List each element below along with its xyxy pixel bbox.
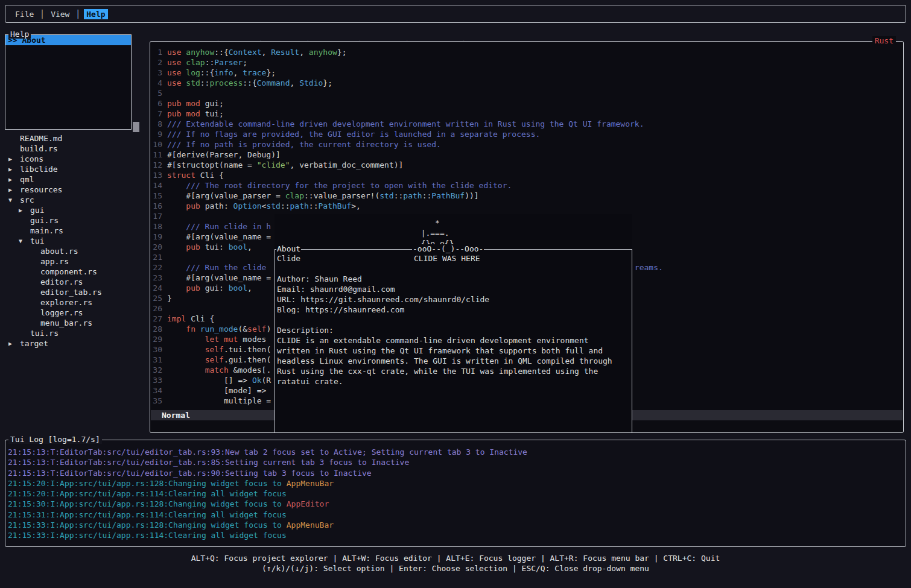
chevron-right-icon: ▶ [8, 174, 20, 185]
code-line: 8/// Extendable command-line driven deve… [150, 119, 903, 129]
tree-item-resources[interactable]: ▶resources [5, 185, 150, 195]
log-line: 21:15:30:I:App:src/tui/app.rs:128:Changi… [8, 499, 906, 509]
tree-item-label: qml [20, 174, 34, 185]
tree-item-menu_bar-rs[interactable]: menu_bar.rs [5, 318, 150, 328]
code-text: let mut modes [162, 334, 266, 344]
code-line: 9/// If no flags are provided, the GUI e… [150, 129, 903, 139]
line-number: 25 [150, 293, 162, 303]
menu-item-view[interactable]: View [48, 9, 72, 19]
code-line: 7pub mod tui; [150, 109, 903, 119]
code-line: 1use anyhow::{Context, Result, anyhow}; [150, 47, 903, 57]
code-text: /// Run clide in h [162, 221, 271, 232]
tree-indent [19, 215, 30, 226]
line-number: 35 [150, 396, 162, 406]
code-text [162, 303, 167, 314]
code-line: 4use std::process::{Command, Stdio}; [150, 78, 903, 88]
tree-item-tui-rs[interactable]: tui.rs [5, 328, 150, 338]
line-number: 31 [150, 355, 162, 365]
line-number: 29 [150, 334, 162, 344]
code-text: /// If no flags are provided, the GUI ed… [162, 129, 540, 139]
help-menu-dropdown[interactable]: Help >> About [5, 34, 132, 130]
chevron-right-icon: ▶ [8, 338, 20, 349]
tree-item-editor-rs[interactable]: editor.rs [5, 277, 150, 287]
app-window: File│View│Help Help >> About README.mdbu… [0, 0, 911, 588]
tree-item-src[interactable]: ▼src [5, 195, 150, 205]
code-line: 11#[derive(Parser, Debug)] [150, 150, 903, 160]
tree-item-gui[interactable]: ▶gui [5, 205, 150, 215]
tree-item-qml[interactable]: ▶qml [5, 174, 150, 185]
help-dropdown-title: Help [8, 30, 31, 39]
popup-text-line: Email: shaunrd0@gmail.com [277, 284, 632, 294]
popup-text-line: Author: Shaun Reed [277, 274, 632, 284]
log-lines: 21:15:13:T:EditorTab:src/tui/editor_tab.… [5, 440, 906, 541]
line-number: 24 [150, 283, 162, 293]
line-number: 34 [150, 385, 162, 396]
project-explorer[interactable]: README.mdbuild.rs▶icons▶libclide▶qml▶res… [5, 133, 150, 349]
tree-item-logger-rs[interactable]: logger.rs [5, 308, 150, 318]
tree-item-app-rs[interactable]: app.rs [5, 256, 150, 267]
line-number: 2 [150, 57, 162, 68]
tree-item-libclide[interactable]: ▶libclide [5, 164, 150, 174]
log-panel-title: Tui Log [log=1.7/s] [8, 435, 102, 444]
ascii-owl-feet: -ooO--(_)--Ooo- [412, 244, 484, 253]
line-number: 16 [150, 201, 162, 211]
tree-item-tui[interactable]: ▼tui [5, 236, 150, 246]
tree-item-label: target [20, 338, 48, 349]
code-text: impl Cli { [162, 314, 214, 324]
tree-indent [29, 246, 40, 256]
popup-text-line: Clide CLIDE WAS HERE [277, 253, 632, 264]
tree-item-editor_tab-rs[interactable]: editor_tab.rs [5, 287, 150, 297]
code-text: #[structopt(name = "clide", verbatim_doc… [162, 160, 403, 170]
menu-bar[interactable]: File│View│Help [5, 5, 906, 23]
menu-item-help[interactable]: Help [84, 9, 107, 19]
log-line: 21:15:31:I:App:src/tui/app.rs:114:Cleari… [8, 510, 906, 520]
line-number: 10 [150, 139, 162, 150]
line-number: 7 [150, 109, 162, 119]
chevron-right-icon: ▶ [8, 164, 20, 174]
code-line: 3use log::{info, trace}; [150, 68, 903, 78]
line-number: 18 [150, 221, 162, 232]
tree-indent [29, 297, 40, 308]
log-line: 21:15:20:I:App:src/tui/app.rs:128:Changi… [8, 478, 906, 488]
tree-item-component-rs[interactable]: component.rs [5, 267, 150, 277]
tree-item-label: gui [30, 205, 44, 215]
code-text: /// Extendable command-line driven devel… [162, 119, 644, 129]
code-line: 2use clap::Parser; [150, 57, 903, 68]
line-number: 9 [150, 129, 162, 139]
about-dialog-content: Clide CLIDE WAS HERE Author: Shaun ReedE… [275, 250, 632, 387]
tree-indent [29, 256, 40, 267]
popup-text-line: ratatui crate. [277, 376, 632, 387]
log-line: 21:15:13:T:EditorTab:src/tui/editor_tab.… [8, 457, 906, 467]
popup-text-line: Rust using the cxx-qt crate, while the T… [277, 366, 632, 376]
tree-indent [19, 226, 30, 236]
code-text: [] => Ok(R [162, 375, 271, 385]
tree-item-main-rs[interactable]: main.rs [5, 226, 150, 236]
chevron-right-icon: ▶ [8, 154, 20, 164]
popup-text-line: Blog: https://shaunreed.com [277, 305, 632, 315]
code-text: match &modes[. [162, 365, 271, 375]
tree-item-explorer-rs[interactable]: explorer.rs [5, 297, 150, 308]
code-text: pub path: Option<std::path::PathBuf>, [162, 201, 361, 211]
tree-item-build-rs[interactable]: build.rs [5, 144, 150, 154]
tree-item-label: tui.rs [30, 328, 59, 338]
tree-item-icons[interactable]: ▶icons [5, 154, 150, 164]
editor-tab-bar[interactable]: build.rs │ gui.rs │ main.rs │ about.rs │… [154, 30, 518, 40]
tree-item-target[interactable]: ▶target [5, 338, 150, 349]
chevron-right-icon: ▶ [8, 185, 20, 195]
scrollbar-thumb[interactable] [133, 122, 139, 132]
menu-item-file[interactable]: File [13, 9, 36, 19]
tree-item-about-rs[interactable]: about.rs [5, 246, 150, 256]
popup-text-line [277, 315, 632, 325]
line-number: 33 [150, 375, 162, 385]
chevron-down-icon: ▼ [19, 236, 30, 246]
popup-text-line: CLIDE is an extendable command-line driv… [277, 335, 632, 346]
code-line: 14 /// The root directory for the projec… [150, 180, 903, 191]
log-panel[interactable]: Tui Log [log=1.7/s] 21:15:13:T:EditorTab… [5, 440, 906, 547]
tree-item-README-md[interactable]: README.md [5, 133, 150, 144]
tree-item-label: libclide [20, 164, 58, 174]
tree-item-gui-rs[interactable]: gui.rs [5, 215, 150, 226]
tree-indent [29, 318, 40, 328]
code-line: 10/// If no path is provided, the curren… [150, 139, 903, 150]
code-text: use log::{info, trace}; [162, 68, 276, 78]
code-text: use clap::Parser; [162, 57, 247, 68]
